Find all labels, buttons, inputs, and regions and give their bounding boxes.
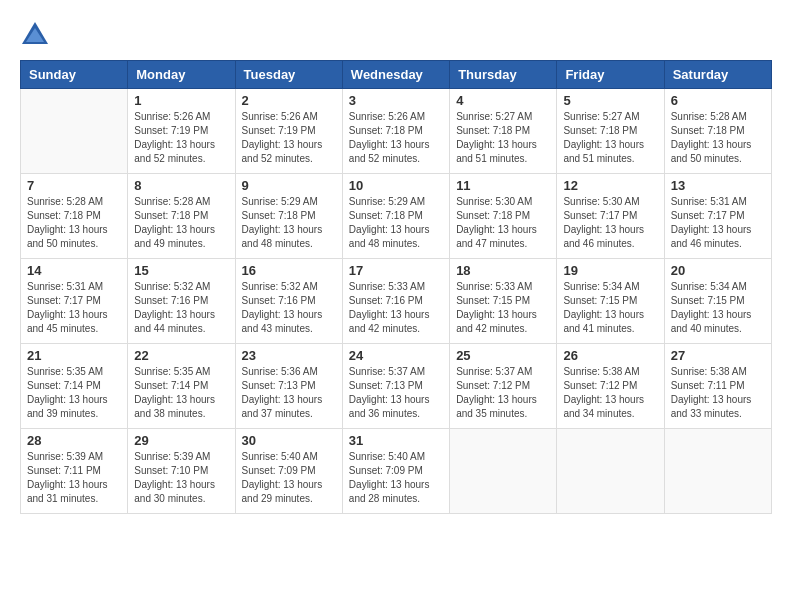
calendar-cell: 27Sunrise: 5:38 AM Sunset: 7:11 PM Dayli… [664, 344, 771, 429]
day-number: 26 [563, 348, 657, 363]
week-row-5: 28Sunrise: 5:39 AM Sunset: 7:11 PM Dayli… [21, 429, 772, 514]
day-number: 4 [456, 93, 550, 108]
day-info: Sunrise: 5:30 AM Sunset: 7:17 PM Dayligh… [563, 195, 657, 251]
calendar-cell: 23Sunrise: 5:36 AM Sunset: 7:13 PM Dayli… [235, 344, 342, 429]
calendar-cell: 25Sunrise: 5:37 AM Sunset: 7:12 PM Dayli… [450, 344, 557, 429]
day-number: 3 [349, 93, 443, 108]
calendar-cell: 15Sunrise: 5:32 AM Sunset: 7:16 PM Dayli… [128, 259, 235, 344]
day-info: Sunrise: 5:38 AM Sunset: 7:11 PM Dayligh… [671, 365, 765, 421]
calendar-table: SundayMondayTuesdayWednesdayThursdayFrid… [20, 60, 772, 514]
day-number: 1 [134, 93, 228, 108]
day-info: Sunrise: 5:40 AM Sunset: 7:09 PM Dayligh… [242, 450, 336, 506]
day-number: 22 [134, 348, 228, 363]
day-info: Sunrise: 5:29 AM Sunset: 7:18 PM Dayligh… [242, 195, 336, 251]
day-info: Sunrise: 5:37 AM Sunset: 7:13 PM Dayligh… [349, 365, 443, 421]
calendar-cell: 22Sunrise: 5:35 AM Sunset: 7:14 PM Dayli… [128, 344, 235, 429]
day-number: 29 [134, 433, 228, 448]
calendar-cell: 12Sunrise: 5:30 AM Sunset: 7:17 PM Dayli… [557, 174, 664, 259]
day-info: Sunrise: 5:27 AM Sunset: 7:18 PM Dayligh… [563, 110, 657, 166]
day-number: 16 [242, 263, 336, 278]
calendar-col-tuesday: Tuesday [235, 61, 342, 89]
day-info: Sunrise: 5:26 AM Sunset: 7:19 PM Dayligh… [134, 110, 228, 166]
calendar-cell: 11Sunrise: 5:30 AM Sunset: 7:18 PM Dayli… [450, 174, 557, 259]
day-info: Sunrise: 5:40 AM Sunset: 7:09 PM Dayligh… [349, 450, 443, 506]
day-info: Sunrise: 5:28 AM Sunset: 7:18 PM Dayligh… [671, 110, 765, 166]
day-number: 6 [671, 93, 765, 108]
calendar-col-thursday: Thursday [450, 61, 557, 89]
week-row-3: 14Sunrise: 5:31 AM Sunset: 7:17 PM Dayli… [21, 259, 772, 344]
calendar-cell: 6Sunrise: 5:28 AM Sunset: 7:18 PM Daylig… [664, 89, 771, 174]
page-header [20, 20, 772, 50]
calendar-col-friday: Friday [557, 61, 664, 89]
day-number: 15 [134, 263, 228, 278]
day-info: Sunrise: 5:33 AM Sunset: 7:15 PM Dayligh… [456, 280, 550, 336]
calendar-cell [557, 429, 664, 514]
calendar-cell: 14Sunrise: 5:31 AM Sunset: 7:17 PM Dayli… [21, 259, 128, 344]
calendar-body: 1Sunrise: 5:26 AM Sunset: 7:19 PM Daylig… [21, 89, 772, 514]
day-number: 28 [27, 433, 121, 448]
day-number: 10 [349, 178, 443, 193]
day-number: 5 [563, 93, 657, 108]
calendar-cell: 3Sunrise: 5:26 AM Sunset: 7:18 PM Daylig… [342, 89, 449, 174]
calendar-cell: 4Sunrise: 5:27 AM Sunset: 7:18 PM Daylig… [450, 89, 557, 174]
day-number: 8 [134, 178, 228, 193]
day-number: 14 [27, 263, 121, 278]
day-number: 27 [671, 348, 765, 363]
calendar-cell: 29Sunrise: 5:39 AM Sunset: 7:10 PM Dayli… [128, 429, 235, 514]
day-info: Sunrise: 5:28 AM Sunset: 7:18 PM Dayligh… [27, 195, 121, 251]
calendar-cell: 19Sunrise: 5:34 AM Sunset: 7:15 PM Dayli… [557, 259, 664, 344]
calendar-cell: 20Sunrise: 5:34 AM Sunset: 7:15 PM Dayli… [664, 259, 771, 344]
calendar-cell [450, 429, 557, 514]
day-number: 11 [456, 178, 550, 193]
calendar-cell: 26Sunrise: 5:38 AM Sunset: 7:12 PM Dayli… [557, 344, 664, 429]
calendar-col-wednesday: Wednesday [342, 61, 449, 89]
logo-icon [20, 20, 50, 50]
calendar-cell: 10Sunrise: 5:29 AM Sunset: 7:18 PM Dayli… [342, 174, 449, 259]
day-info: Sunrise: 5:35 AM Sunset: 7:14 PM Dayligh… [134, 365, 228, 421]
day-number: 25 [456, 348, 550, 363]
calendar-cell: 8Sunrise: 5:28 AM Sunset: 7:18 PM Daylig… [128, 174, 235, 259]
calendar-cell: 17Sunrise: 5:33 AM Sunset: 7:16 PM Dayli… [342, 259, 449, 344]
day-number: 13 [671, 178, 765, 193]
calendar-cell: 18Sunrise: 5:33 AM Sunset: 7:15 PM Dayli… [450, 259, 557, 344]
calendar-cell [21, 89, 128, 174]
calendar-col-saturday: Saturday [664, 61, 771, 89]
day-number: 12 [563, 178, 657, 193]
day-number: 9 [242, 178, 336, 193]
day-info: Sunrise: 5:26 AM Sunset: 7:19 PM Dayligh… [242, 110, 336, 166]
day-info: Sunrise: 5:32 AM Sunset: 7:16 PM Dayligh… [242, 280, 336, 336]
calendar-cell: 28Sunrise: 5:39 AM Sunset: 7:11 PM Dayli… [21, 429, 128, 514]
day-info: Sunrise: 5:36 AM Sunset: 7:13 PM Dayligh… [242, 365, 336, 421]
calendar-cell [664, 429, 771, 514]
day-number: 21 [27, 348, 121, 363]
day-number: 18 [456, 263, 550, 278]
logo [20, 20, 54, 50]
week-row-4: 21Sunrise: 5:35 AM Sunset: 7:14 PM Dayli… [21, 344, 772, 429]
day-number: 24 [349, 348, 443, 363]
week-row-1: 1Sunrise: 5:26 AM Sunset: 7:19 PM Daylig… [21, 89, 772, 174]
calendar-col-sunday: Sunday [21, 61, 128, 89]
day-info: Sunrise: 5:26 AM Sunset: 7:18 PM Dayligh… [349, 110, 443, 166]
calendar-cell: 2Sunrise: 5:26 AM Sunset: 7:19 PM Daylig… [235, 89, 342, 174]
calendar-cell: 21Sunrise: 5:35 AM Sunset: 7:14 PM Dayli… [21, 344, 128, 429]
day-number: 20 [671, 263, 765, 278]
day-info: Sunrise: 5:28 AM Sunset: 7:18 PM Dayligh… [134, 195, 228, 251]
day-number: 30 [242, 433, 336, 448]
day-info: Sunrise: 5:35 AM Sunset: 7:14 PM Dayligh… [27, 365, 121, 421]
day-info: Sunrise: 5:31 AM Sunset: 7:17 PM Dayligh… [27, 280, 121, 336]
calendar-cell: 7Sunrise: 5:28 AM Sunset: 7:18 PM Daylig… [21, 174, 128, 259]
day-number: 7 [27, 178, 121, 193]
day-info: Sunrise: 5:27 AM Sunset: 7:18 PM Dayligh… [456, 110, 550, 166]
day-number: 2 [242, 93, 336, 108]
day-info: Sunrise: 5:34 AM Sunset: 7:15 PM Dayligh… [563, 280, 657, 336]
day-info: Sunrise: 5:38 AM Sunset: 7:12 PM Dayligh… [563, 365, 657, 421]
day-info: Sunrise: 5:39 AM Sunset: 7:11 PM Dayligh… [27, 450, 121, 506]
calendar-cell: 30Sunrise: 5:40 AM Sunset: 7:09 PM Dayli… [235, 429, 342, 514]
calendar-col-monday: Monday [128, 61, 235, 89]
day-info: Sunrise: 5:34 AM Sunset: 7:15 PM Dayligh… [671, 280, 765, 336]
calendar-cell: 16Sunrise: 5:32 AM Sunset: 7:16 PM Dayli… [235, 259, 342, 344]
day-number: 23 [242, 348, 336, 363]
day-number: 19 [563, 263, 657, 278]
day-info: Sunrise: 5:32 AM Sunset: 7:16 PM Dayligh… [134, 280, 228, 336]
calendar-cell: 24Sunrise: 5:37 AM Sunset: 7:13 PM Dayli… [342, 344, 449, 429]
